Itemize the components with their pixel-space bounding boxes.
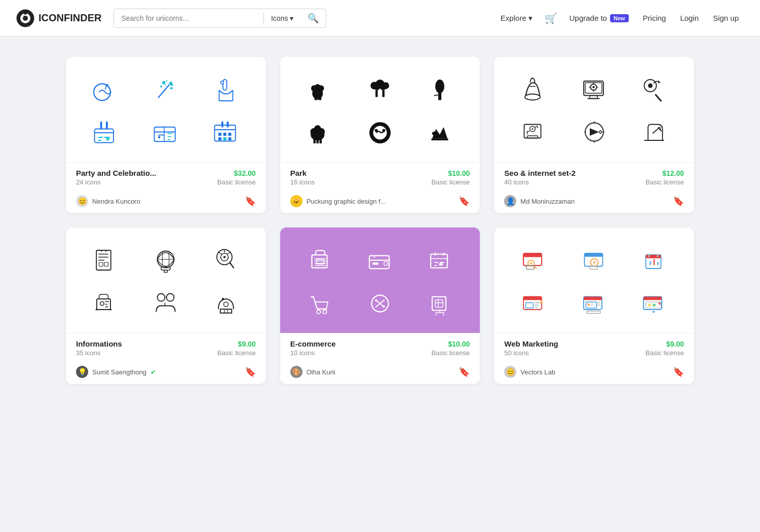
card-informations-license: Basic license <box>217 349 256 357</box>
author-park-avatar: 🐱 <box>290 195 302 207</box>
card-park-footer: 🐱 Puckung graphic design f... 🔖 <box>280 190 480 213</box>
seo-icon-6 <box>624 111 684 154</box>
info-icon-1 <box>76 240 136 282</box>
icons-dropdown-label: Icons <box>271 14 288 22</box>
svg-rect-129 <box>653 311 655 313</box>
upgrade-label: Upgrade to <box>569 14 607 22</box>
card-webmarketing-price: $9.00 <box>666 340 684 348</box>
icon-packs-grid: Party and Celebratio... $32.00 24 icons … <box>66 57 694 384</box>
author-party[interactable]: 😊 Nendra Kuncoro <box>76 195 140 207</box>
wm-icon-3 <box>624 240 684 282</box>
wm-icon-2 <box>564 240 624 282</box>
card-webmarketing-icons <box>494 227 694 333</box>
svg-rect-24 <box>223 137 226 140</box>
svg-point-51 <box>373 126 387 140</box>
card-ecommerce-title: E-commerce <box>290 339 336 348</box>
svg-rect-15 <box>106 122 108 129</box>
park-icon-5 <box>350 111 410 154</box>
svg-point-63 <box>648 84 653 88</box>
svg-point-94 <box>383 306 385 308</box>
svg-point-100 <box>530 262 533 264</box>
park-icon-4 <box>290 111 350 154</box>
bookmark-seo[interactable]: 🔖 <box>673 196 684 207</box>
svg-point-76 <box>223 256 225 258</box>
bookmark-park[interactable]: 🔖 <box>459 196 470 207</box>
author-webmarketing[interactable]: 😊 Vectors Lab <box>504 366 555 378</box>
cart-icon[interactable]: 🛒 <box>542 9 560 27</box>
bookmark-ecommerce[interactable]: 🔖 <box>459 366 470 377</box>
svg-point-78 <box>100 301 104 306</box>
author-seo[interactable]: 👤 Md Moniruzzaman <box>504 195 575 207</box>
party-icon-3 <box>196 69 255 111</box>
svg-point-37 <box>374 84 380 90</box>
bookmark-webmarketing[interactable]: 🔖 <box>673 366 684 377</box>
card-seo-info: Seo & internet set-2 $12.00 40 icons Bas… <box>494 162 694 190</box>
card-webmarketing-count: 50 icons <box>504 349 528 357</box>
search-button[interactable]: 🔍 <box>300 13 326 24</box>
card-seo-count: 40 icons <box>504 178 528 186</box>
park-icon-2 <box>350 69 410 111</box>
pricing-link[interactable]: Pricing <box>638 11 671 25</box>
card-info[interactable]: Informations $9.00 35 icons Basic licens… <box>66 227 266 384</box>
card-ecommerce[interactable]: E-commerce $10.00 10 icons Basic license… <box>280 227 480 384</box>
svg-point-16 <box>106 137 110 141</box>
svg-rect-17 <box>155 127 175 142</box>
upgrade-button[interactable]: Upgrade to New <box>564 11 634 25</box>
svg-rect-119 <box>584 297 602 300</box>
svg-rect-71 <box>104 262 108 267</box>
park-icon-3 <box>410 69 470 111</box>
seo-icon-3 <box>624 69 684 111</box>
svg-point-82 <box>221 298 224 300</box>
author-webmarketing-name: Vectors Lab <box>520 368 555 376</box>
svg-point-33 <box>311 85 317 91</box>
author-party-name: Nendra Kuncoro <box>92 198 140 205</box>
icons-dropdown[interactable]: Icons ▾ <box>264 14 300 22</box>
ecom-icon-2 <box>350 240 410 282</box>
card-party-title: Party and Celebratio... <box>76 169 156 177</box>
svg-rect-116 <box>526 303 534 309</box>
wm-icon-4 <box>504 282 564 325</box>
card-park-info: Park $10.00 16 icons Basic license <box>280 162 480 190</box>
signup-link[interactable]: Sign up <box>708 11 744 25</box>
svg-rect-27 <box>226 122 229 128</box>
card-seo-price: $12.00 <box>662 169 684 177</box>
card-informations-price: $9.00 <box>238 340 256 348</box>
bookmark-party[interactable]: 🔖 <box>245 196 256 207</box>
seo-icon-4 <box>504 111 564 154</box>
bookmark-informations[interactable]: 🔖 <box>245 366 256 377</box>
verified-icon-informations: ✔ <box>150 368 156 376</box>
card-ecommerce-footer: 🎨 Olha Kurii 🔖 <box>280 361 480 384</box>
card-party-icons <box>66 57 266 162</box>
author-park[interactable]: 🐱 Puckung graphic design f... <box>290 195 386 207</box>
svg-point-81 <box>223 302 228 307</box>
card-ecommerce-icons <box>280 227 480 333</box>
svg-point-105 <box>593 261 595 264</box>
card-party[interactable]: Party and Celebratio... $32.00 24 icons … <box>66 57 266 213</box>
card-party-price: $32.00 <box>234 169 256 177</box>
author-informations[interactable]: 💡 Sumit Saengthong ✔ <box>76 366 156 378</box>
card-park-license: Basic license <box>431 178 470 186</box>
card-webmarketing[interactable]: Web Marketing $9.00 50 icons Basic licen… <box>494 227 694 384</box>
logo[interactable]: ICONFINDER <box>16 9 101 27</box>
svg-point-49 <box>319 128 325 136</box>
svg-point-91 <box>323 310 327 314</box>
svg-rect-98 <box>523 253 542 257</box>
card-seo-license: Basic license <box>645 178 684 186</box>
svg-rect-103 <box>584 253 602 257</box>
explore-nav[interactable]: Explore ▾ <box>496 11 538 26</box>
card-ecommerce-license: Basic license <box>431 349 470 357</box>
card-park-icons <box>280 57 480 162</box>
card-seo[interactable]: Seo & internet set-2 $12.00 40 icons Bas… <box>494 57 694 213</box>
svg-point-18 <box>158 136 161 139</box>
author-ecommerce[interactable]: 🎨 Olha Kurii <box>290 366 335 378</box>
login-link[interactable]: Login <box>675 11 704 25</box>
card-webmarketing-title: Web Marketing <box>504 339 558 348</box>
card-ecommerce-price: $10.00 <box>448 340 470 348</box>
ecom-icon-5 <box>350 282 410 325</box>
svg-rect-70 <box>99 262 103 267</box>
svg-point-2 <box>23 16 28 21</box>
search-input[interactable] <box>114 9 263 27</box>
author-ecommerce-name: Olha Kurii <box>307 368 335 376</box>
svg-point-128 <box>653 303 656 307</box>
card-park[interactable]: Park $10.00 16 icons Basic license 🐱 Puc… <box>280 57 480 213</box>
